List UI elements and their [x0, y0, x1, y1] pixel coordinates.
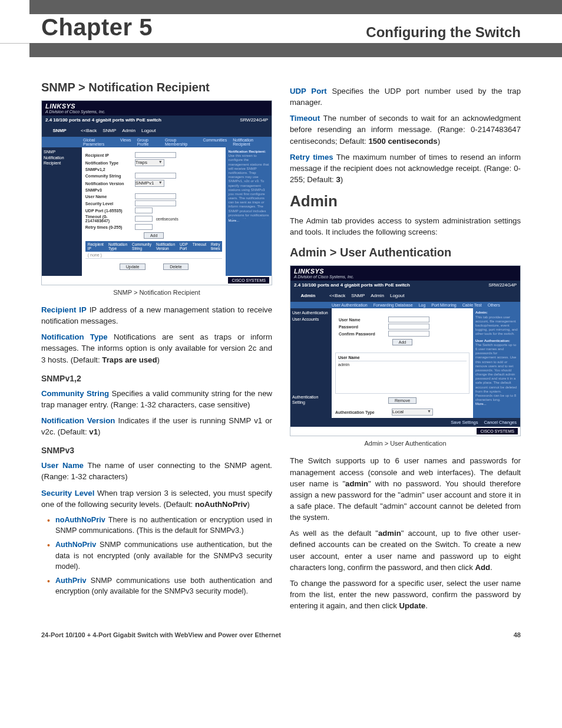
mock1-subtab[interactable]: Global Parameters — [83, 138, 114, 146]
mock2-subtab[interactable]: Cable Test — [462, 303, 482, 307]
mock1-inp-retry[interactable] — [135, 224, 153, 230]
term-retry: Retry times — [290, 153, 333, 162]
mock1-inp-sec[interactable] — [135, 200, 176, 206]
mock1-th: Notification Version — [156, 242, 175, 251]
mock2-save-button[interactable]: Save Settings — [451, 420, 478, 425]
band2 — [29, 43, 562, 57]
mock1-tab-logout[interactable]: Logout — [141, 128, 156, 133]
mock2-leftnav: User Authentication — [292, 311, 330, 315]
mock2-tab-back[interactable]: <<Back — [329, 293, 345, 298]
mock1-tab-admin[interactable]: Admin — [122, 128, 135, 133]
caption-user-auth: Admin > User Authentication — [290, 440, 521, 447]
txt-switch2c: . — [490, 563, 492, 572]
mock1-th: UDP Port — [180, 242, 188, 251]
mock2-lbl-authtype: Authentication Type — [335, 410, 388, 414]
mock2-subtab[interactable]: Log — [419, 303, 426, 307]
mock1-timeout-unit: centiseconds — [156, 217, 178, 221]
term-recipient-ip: Recipient IP — [41, 305, 87, 314]
mock1-sel-nver[interactable]: SNMPv1 — [135, 180, 164, 187]
mock1-leftnav: Notification Recipient — [44, 156, 80, 166]
mock2-tab-admin[interactable]: Admin — [371, 293, 384, 298]
heading-snmpv3: SNMPv3 — [41, 446, 272, 455]
mock1-help-title: Notification Recipient: — [228, 150, 266, 153]
mock2-sel-authtype[interactable]: Local — [392, 409, 433, 416]
mock2-model: SRW224G4P — [488, 282, 517, 288]
mock2-cancel-button[interactable]: Cancel Changes — [484, 420, 517, 425]
term-community: Community String — [41, 389, 109, 398]
mock1-th: Retry times — [211, 242, 220, 251]
mock1-delete-button[interactable]: Delete — [163, 263, 188, 270]
bullet-authnopriv: AuthNoPriv SNMP communications use authe… — [47, 539, 272, 572]
page-footer: 24-Port 10/100 + 4-Port Gigabit Switch w… — [0, 628, 562, 650]
mock1-th: Notification Type — [108, 242, 127, 251]
mock2-inp-pass[interactable] — [388, 324, 429, 330]
heading-admin: Admin — [290, 192, 521, 210]
mock2-tab-logout[interactable]: Logout — [390, 293, 404, 298]
txt-switch2a: As well as the default " — [290, 529, 378, 538]
security-levels-list: noAuthNoPriv There is no authentication … — [47, 515, 272, 597]
footer-page-number: 48 — [514, 631, 521, 638]
mock1-th: Community String — [132, 242, 151, 251]
screenshot-snmp-recipient: LINKSYSA Division of Cisco Systems, Inc.… — [41, 100, 272, 285]
mock1-inp-timeout[interactable] — [135, 216, 153, 222]
term-user: User Name — [41, 461, 84, 470]
term-timeout: Timeout — [290, 114, 320, 123]
mock2-logo: LINKSYSA Division of Cisco Systems, Inc. — [290, 266, 520, 281]
term-notif-type: Notification Type — [41, 332, 108, 341]
mock1-subtab[interactable]: Group Membership — [165, 138, 197, 146]
mock1-subtab[interactable]: Communities — [203, 138, 227, 146]
mock1-tab-snmp[interactable]: SNMP — [103, 128, 116, 133]
mock2-lbl-user: User Name — [339, 318, 385, 322]
mock1-inp-community[interactable] — [135, 173, 176, 179]
mock1-cisco-badge: CISCO SYSTEMS — [228, 277, 269, 284]
mock1-lbl-user: User Name — [85, 195, 131, 199]
section-title: Configuring the Switch — [366, 24, 521, 41]
mock1-inp-udp[interactable] — [135, 207, 153, 213]
mock2-lbl-confirm: Confirm Password — [339, 332, 385, 336]
mock1-lbl-udp: UDP Port (1-65535) — [85, 209, 131, 213]
mock1-lbl-retry: Retry times (0-255) — [85, 225, 131, 229]
bold-1500cs: 1500 centiseconds — [368, 137, 437, 146]
mock1-lbl-community: Community String — [85, 174, 131, 178]
txt-admin-intro: The Admin tab provides access to system … — [290, 215, 521, 238]
mock1-lbl-v3: SNMPv3 — [85, 188, 131, 192]
mock1-update-button[interactable]: Update — [120, 263, 146, 270]
mock2-add-button[interactable]: Add — [392, 339, 412, 345]
mock1-add-button[interactable]: Add — [144, 232, 164, 239]
txt-notif-type-end: ) — [157, 355, 159, 364]
mock1-model: SRW224G4P — [240, 117, 268, 123]
mock2-lbl-pass: Password — [339, 325, 385, 329]
mock2-inp-confirm[interactable] — [388, 331, 429, 337]
mock1-subtab[interactable]: Views — [120, 138, 131, 146]
mock2-subtab[interactable]: Port Mirroring — [431, 303, 456, 307]
mock2-remove-button[interactable]: Remove — [388, 397, 416, 404]
mock1-tab-back[interactable]: <<Back — [81, 128, 97, 133]
mock1-lbl-recipient-ip: Recipient IP — [85, 153, 131, 157]
bold-update: Update — [399, 601, 425, 610]
mock2-list-item-admin[interactable]: admin — [338, 363, 467, 367]
mock2-tab-snmp[interactable]: SNMP — [351, 293, 365, 298]
txt-sec-end: ) — [247, 500, 250, 509]
mock1-subtab[interactable]: Notification Recipient — [233, 138, 268, 146]
bold-noauth: noAuthNoPriv — [195, 500, 247, 509]
mock2-subtab[interactable]: Others — [488, 303, 500, 307]
mock2-side-label: Admin — [290, 289, 326, 302]
bold-3: 3 — [336, 175, 340, 184]
heading-user-auth: Admin > User Authentication — [290, 246, 521, 259]
screenshot-user-auth: LINKSYSA Division of Cisco Systems, Inc.… — [290, 265, 521, 436]
mock2-help-more[interactable]: More... — [475, 402, 518, 406]
mock1-inp-recipient-ip[interactable] — [135, 152, 176, 158]
bullet-authpriv: AuthPriv SNMP communications use both au… — [47, 575, 272, 597]
txt-switch3b: . — [425, 601, 428, 610]
mock1-subtab[interactable]: Group Profile — [137, 138, 159, 146]
mock1-logo: LINKSYSA Division of Cisco Systems, Inc. — [42, 101, 272, 116]
mock2-subtab[interactable]: Forwarding Database — [373, 303, 413, 307]
mock2-subtab[interactable]: User Authentication — [332, 303, 368, 307]
chapter-title: Chapter 5 — [41, 14, 153, 41]
mock1-inp-user[interactable] — [135, 193, 176, 199]
mock1-help-more[interactable]: More... — [228, 219, 269, 223]
mock1-sel-notif-type[interactable]: Traps — [135, 159, 164, 166]
bold-v1: v1 — [89, 427, 98, 436]
mock2-inp-user[interactable] — [388, 317, 429, 322]
mock2-cisco-badge: CISCO SYSTEMS — [477, 428, 518, 434]
